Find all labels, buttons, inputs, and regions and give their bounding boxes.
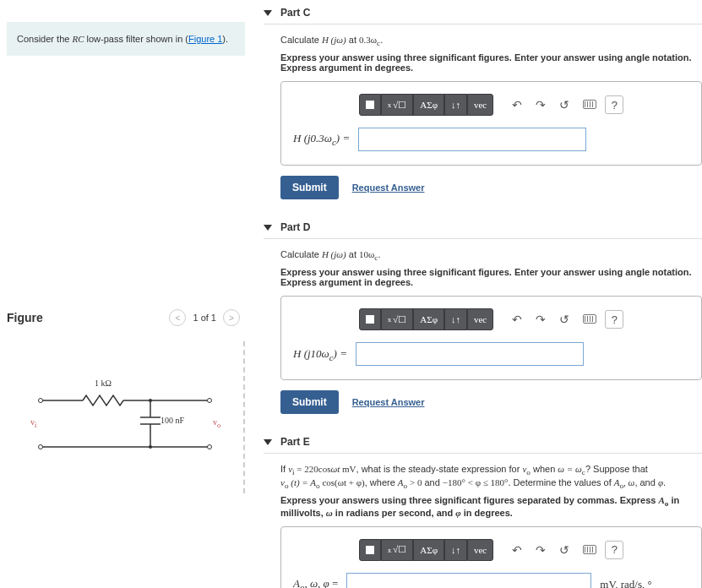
svg-point-11: [149, 399, 152, 402]
prompt-var: RC: [72, 34, 84, 44]
figure-prev-button[interactable]: <: [169, 309, 186, 326]
keyboard-icon[interactable]: [578, 98, 601, 112]
part-d-submit-button[interactable]: Submit: [280, 390, 339, 414]
vec-button[interactable]: vec: [467, 94, 493, 116]
part-c-submit-button[interactable]: Submit: [280, 176, 339, 199]
part-c-lhs: H (j0.3ωc) =: [293, 132, 350, 147]
prompt-text-1: Consider the: [17, 34, 72, 44]
part-d-title: Part D: [280, 221, 310, 233]
figure-page: 1 of 1: [193, 313, 216, 323]
prompt-text-2: low-pass filter shown in (: [84, 34, 189, 44]
svg-point-12: [149, 445, 152, 449]
part-d-instructions: Express your answer using three signific…: [280, 267, 702, 287]
redo-icon[interactable]: ↷: [531, 543, 551, 557]
undo-icon[interactable]: ↶: [507, 313, 527, 326]
part-d-request-link[interactable]: Request Answer: [352, 397, 425, 407]
arrows-button[interactable]: ↓↑: [444, 94, 467, 116]
template-button[interactable]: [359, 94, 381, 116]
undo-icon[interactable]: ↶: [507, 543, 527, 557]
reset-icon[interactable]: ↺: [554, 543, 574, 557]
svg-point-8: [39, 445, 43, 449]
part-c-instructions: Express your answer using three signific…: [280, 52, 702, 73]
part-e-question: If vi = 220cosωt mV, what is the steady-…: [280, 464, 702, 489]
reset-icon[interactable]: ↺: [554, 313, 574, 326]
part-e-title: Part E: [280, 436, 310, 448]
part-d-lhs: H (j10ωc) =: [293, 347, 347, 362]
collapse-icon[interactable]: [264, 10, 272, 16]
root-button[interactable]: x√☐: [381, 539, 414, 561]
problem-prompt: Consider the RC low-pass filter shown in…: [7, 22, 245, 56]
svg-point-7: [39, 399, 43, 403]
collapse-icon[interactable]: [264, 439, 272, 445]
help-icon[interactable]: ?: [605, 541, 623, 559]
svg-point-9: [208, 399, 212, 403]
vec-button[interactable]: vec: [467, 308, 493, 330]
root-button[interactable]: x√☐: [381, 94, 414, 116]
part-c-input[interactable]: [358, 128, 586, 151]
figure-next-button[interactable]: >: [223, 309, 240, 326]
keyboard-icon[interactable]: [578, 313, 601, 326]
figure-heading: Figure: [7, 311, 43, 324]
vo-label: vo: [213, 417, 220, 429]
vec-button[interactable]: vec: [467, 539, 493, 561]
figure-link[interactable]: Figure 1: [188, 34, 222, 44]
svg-point-10: [208, 445, 212, 449]
greek-button[interactable]: ΑΣφ: [413, 308, 444, 330]
template-button[interactable]: [359, 539, 381, 561]
redo-icon[interactable]: ↷: [531, 313, 551, 326]
part-c-title: Part C: [280, 7, 310, 19]
help-icon[interactable]: ?: [605, 310, 623, 329]
part-e-lhs: Ao, ω, φ =: [293, 577, 338, 588]
part-e-input[interactable]: [346, 573, 591, 588]
part-d-question: Calculate H (jω) at 10ωc.: [280, 249, 702, 262]
root-button[interactable]: x√☐: [381, 308, 414, 330]
undo-icon[interactable]: ↶: [507, 98, 527, 112]
help-icon[interactable]: ?: [605, 95, 623, 114]
part-c-question: Calculate H (jω) at 0.3ωc.: [280, 35, 702, 47]
arrows-button[interactable]: ↓↑: [444, 308, 467, 330]
part-c-answer-box: x√☐ ΑΣφ ↓↑ vec ↶ ↷ ↺ ? H (j0.3ωc) =: [280, 81, 702, 166]
redo-icon[interactable]: ↷: [531, 98, 551, 112]
figure-panel: 1 kΩ 100 nF vi vo: [7, 341, 245, 493]
greek-button[interactable]: ΑΣφ: [413, 539, 444, 561]
resistor-label: 1 kΩ: [95, 378, 112, 388]
part-d-input[interactable]: [356, 342, 584, 366]
greek-button[interactable]: ΑΣφ: [413, 94, 444, 116]
part-d-answer-box: x√☐ ΑΣφ ↓↑ vec ↶ ↷ ↺ ? H (j10ωc) =: [280, 296, 702, 380]
prompt-text-3: ).: [222, 34, 228, 44]
arrows-button[interactable]: ↓↑: [444, 539, 467, 561]
collapse-icon[interactable]: [264, 225, 272, 231]
part-e-instructions: Express your answers using three signifi…: [280, 495, 702, 518]
reset-icon[interactable]: ↺: [554, 98, 574, 112]
part-e-units: mV, rad/s, °: [600, 578, 651, 588]
part-c-request-link[interactable]: Request Answer: [352, 182, 425, 193]
template-button[interactable]: [359, 308, 381, 330]
capacitor-label: 100 nF: [161, 416, 184, 425]
keyboard-icon[interactable]: [578, 543, 601, 557]
vi-label: vi: [30, 417, 36, 429]
part-e-answer-box: x√☐ ΑΣφ ↓↑ vec ↶ ↷ ↺ ? Ao, ω, φ =: [280, 526, 702, 588]
